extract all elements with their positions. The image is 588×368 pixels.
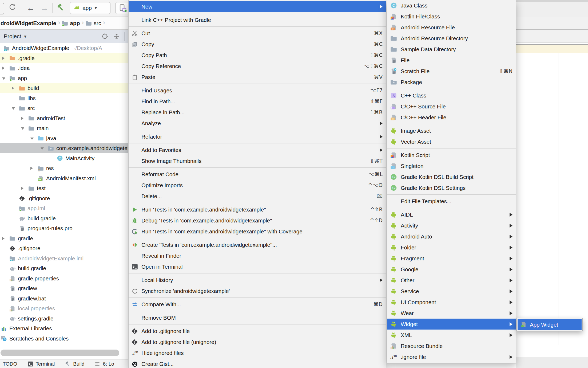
menu-item-kotlin-script[interactable]: Kotlin Script <box>387 150 516 160</box>
build-hammer-icon[interactable] <box>57 3 65 15</box>
menu-item-find-usages[interactable]: Find Usages⌥F7 <box>129 85 386 96</box>
menu-item-remove-bom[interactable]: Remove BOM <box>129 312 386 323</box>
expand-arrow-icon[interactable] <box>2 57 5 60</box>
tree-row[interactable]: app <box>0 73 128 83</box>
menu-item-wear[interactable]: Wear <box>387 308 516 319</box>
menu-item-package[interactable]: Package <box>387 77 516 88</box>
tree-row[interactable]: .idea <box>0 63 128 73</box>
collapse-arrow-icon[interactable] <box>30 138 34 140</box>
menu-item-scratch-file[interactable]: Scratch File⇧⌘N <box>387 66 516 77</box>
menu-item-folder[interactable]: Folder <box>387 242 516 253</box>
run-configuration-dropdown[interactable]: app ▼ <box>70 2 110 14</box>
statusbar-item-todo[interactable]: TODO <box>3 361 17 367</box>
menu-item-activity[interactable]: Activity <box>387 220 516 231</box>
menu-item-refactor[interactable]: Refactor <box>129 131 386 142</box>
collapse-all-icon[interactable] <box>113 33 120 40</box>
tree-row[interactable]: src <box>0 103 128 113</box>
sync-icon[interactable] <box>9 2 16 14</box>
menu-item-service[interactable]: Service <box>387 286 516 297</box>
menu-item-optimize-imports[interactable]: Optimize Imports^⌥O <box>129 180 386 191</box>
menu-item-run-tests-in-com-example-androidwidgetexample[interactable]: Run 'Tests in 'com.example.androidwidget… <box>129 204 386 215</box>
collapse-arrow-icon[interactable] <box>12 107 15 110</box>
menu-item-singleton[interactable]: JSingleton <box>387 160 516 171</box>
menu-item-xml[interactable]: XML <box>387 330 516 340</box>
menu-item-add-to-gitignore-file[interactable]: Add to .gitignore file <box>129 326 386 336</box>
expand-arrow-icon[interactable] <box>21 187 23 190</box>
menu-item-image-asset[interactable]: Image Asset <box>387 125 516 136</box>
expand-arrow-icon[interactable] <box>2 237 5 240</box>
menu-item-gradle-kotlin-dsl-settings[interactable]: GGradle Kotlin DSL Settings <box>387 182 516 193</box>
menu-item-kotlin-file-class[interactable]: Kotlin File/Class <box>387 11 516 22</box>
menu-item-aidl[interactable]: AIDL <box>387 209 516 220</box>
expand-arrow-icon[interactable] <box>2 66 5 70</box>
menu-item-create-gist[interactable]: Create Gist... <box>129 358 386 368</box>
menu-item-reveal-in-finder[interactable]: Reveal in Finder <box>129 250 386 261</box>
tree-row[interactable]: test <box>0 183 128 193</box>
tree-row[interactable]: External Libraries <box>0 323 128 334</box>
tree-row[interactable]: AndroidWidgetExample ~/Desktop/A <box>0 43 128 53</box>
menu-item-google[interactable]: Google <box>387 264 516 275</box>
tree-row[interactable]: settings.gradle <box>0 314 128 324</box>
forward-arrow-icon[interactable]: → <box>41 2 49 14</box>
menu-item-fragment[interactable]: Fragment <box>387 253 516 264</box>
statusbar-item-6-lo[interactable]: 6: Lo <box>95 361 114 367</box>
menu-item-vector-asset[interactable]: Vector Asset <box>387 136 516 147</box>
menu-item-c-c-source-file[interactable]: C++C/C++ Source File <box>387 101 516 112</box>
tree-row[interactable]: CMainActivity <box>0 153 128 163</box>
menu-item-add-to-gitignore-file-unignore[interactable]: Add to .gitignore file (unignore) <box>129 336 386 347</box>
menu-item-show-image-thumbnails[interactable]: Show Image Thumbnails⇧⌘T <box>129 155 386 166</box>
menu-item-edit-file-templates[interactable]: Edit File Templates... <box>387 196 516 207</box>
menu-item-run-tests-in-com-example-androidwidgetexample-with-coverage[interactable]: Run 'Tests in 'com.example.androidwidget… <box>129 226 386 237</box>
tree-row[interactable]: MFAndroidManifest.xml <box>0 173 128 183</box>
menu-item-local-history[interactable]: Local History <box>129 275 386 285</box>
tree-row[interactable]: app.iml <box>0 203 128 213</box>
tree-row[interactable]: proguard-rules.pro <box>0 223 128 233</box>
menu-item-app-widget[interactable]: App Widget <box>518 319 582 330</box>
menu-item-c-c-header-file[interactable]: HC/C++ Header File <box>387 112 516 123</box>
menu-item-android-auto[interactable]: Android Auto <box>387 231 516 242</box>
tree-row[interactable]: AndroidWidgetExample.iml <box>0 253 128 264</box>
tree-row[interactable]: gradle.properties <box>0 273 128 284</box>
menu-item-open-in-terminal[interactable]: Open in Terminal <box>129 261 386 272</box>
menu-item-create-tests-in-com-example-androidwidgetexample[interactable]: Create 'Tests in 'com.example.androidwid… <box>129 239 386 250</box>
menu-item-sample-data-directory[interactable]: Sample Data Directory <box>387 44 516 55</box>
tree-row[interactable]: res <box>0 163 128 173</box>
tree-row[interactable]: libs <box>0 93 128 103</box>
statusbar-item-build[interactable]: Build <box>65 361 84 367</box>
tree-row[interactable]: .gradle <box>0 53 128 63</box>
collapse-arrow-icon[interactable] <box>2 77 5 80</box>
menu-item-analyze[interactable]: Analyze <box>129 118 386 129</box>
scrollbar-thumb[interactable] <box>1 350 119 356</box>
menu-item-android-resource-directory[interactable]: Android Resource Directory <box>387 33 516 44</box>
expand-arrow-icon[interactable] <box>12 87 14 90</box>
project-tool-window-header[interactable]: Project ▼ ⚙ <box>0 30 128 43</box>
menu-item-android-resource-file[interactable]: <>Android Resource File <box>387 22 516 33</box>
tree-row[interactable]: build <box>0 83 128 93</box>
breadcrumb-item-droidWidgetExample[interactable]: droidWidgetExample <box>1 20 56 26</box>
tree-row[interactable]: .gitignore <box>0 193 128 203</box>
tree-row[interactable]: com.example.androidwidgetexample <box>0 143 128 153</box>
menu-item-resource-bundle[interactable]: Resource Bundle <box>387 340 516 351</box>
tree-row[interactable]: build.gradle <box>0 263 128 273</box>
expand-arrow-icon[interactable] <box>21 117 23 120</box>
menu-item-link-c-project-with-gradle[interactable]: Link C++ Project with Gradle <box>129 14 386 25</box>
menu-item-copy-path[interactable]: Copy Path⇧⌘C <box>129 50 386 61</box>
menu-item-ui-component[interactable]: UI Component <box>387 297 516 308</box>
breadcrumb-item-src[interactable]: src <box>85 20 101 26</box>
menu-item-copy-reference[interactable]: Copy Reference⌥⇧⌘C <box>129 61 386 72</box>
menu-item-find-in-path[interactable]: Find in Path...⇧⌘F <box>129 96 386 107</box>
tree-row[interactable]: Scratches and Consoles <box>0 334 128 344</box>
menu-item-ignore-file[interactable]: .i*.ignore file <box>387 351 516 362</box>
tree-row[interactable]: gradlew.bat <box>0 293 128 304</box>
menu-item-copy[interactable]: Copy⌘C <box>129 39 386 50</box>
menu-item-hide-ignored-files[interactable]: .i*Hide ignored files <box>129 347 386 358</box>
collapse-arrow-icon[interactable] <box>41 147 44 150</box>
device-selector-button[interactable] <box>115 2 128 14</box>
menu-item-replace-in-path[interactable]: Replace in Path...⇧⌘R <box>129 107 386 118</box>
tree-row[interactable]: main <box>0 123 128 133</box>
tree-row[interactable]: .gitignore <box>0 243 128 253</box>
menu-item-file[interactable]: File <box>387 55 516 66</box>
menu-item-cut[interactable]: Cut⌘X <box>129 28 386 39</box>
menu-item-reformat-code[interactable]: Reformat Code⌥⌘L <box>129 169 386 180</box>
menu-item-gradle-kotlin-dsl-build-script[interactable]: GGradle Kotlin DSL Build Script <box>387 171 516 182</box>
